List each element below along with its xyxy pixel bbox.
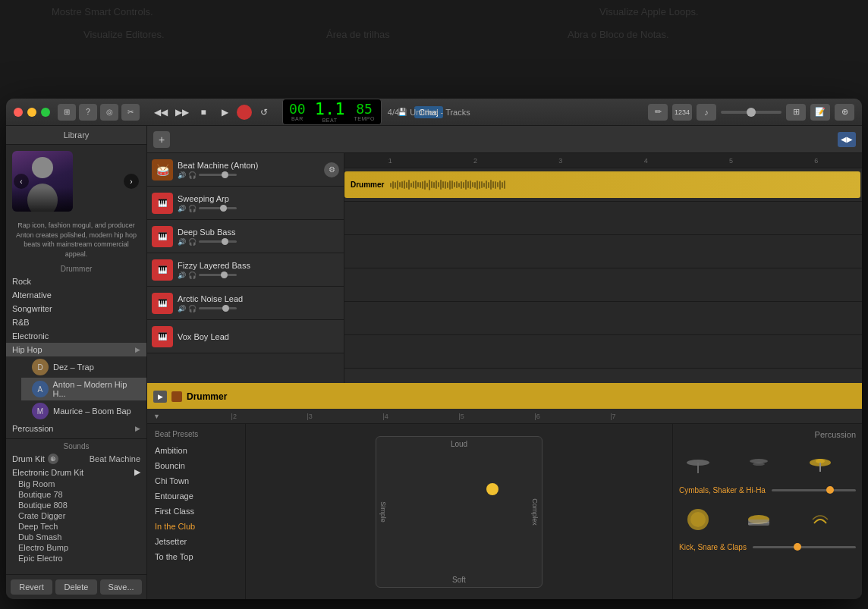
drummer-maurice[interactable]: M Maurice – Boom Bap [21,400,146,422]
drummer-play-button[interactable]: ▶ [153,391,167,403]
cycle-button[interactable]: ↺ [255,105,273,120]
track-row-sweeping-arp[interactable]: 🎹 Sweeping Arp 🔊 🎧 [147,187,344,220]
headphone-icon-5[interactable]: 🎧 [188,305,197,312]
sounds-boutique-78[interactable]: Boutique 78 [6,489,146,500]
editors-button[interactable]: ⊞ [786,104,806,121]
sounds-deep-tech[interactable]: Deep Tech [6,521,146,532]
stop-button[interactable]: ■ [194,105,212,120]
preset-bouncin[interactable]: Bouncin [147,458,245,473]
smart-controls-toggle[interactable]: ◀▶ [838,132,856,147]
electronic-drum-kit-row[interactable]: Electronic Drum Kit ▶ [6,466,146,479]
drummer-dez[interactable]: D Dez – Trap [21,356,146,378]
preset-jetsetter[interactable]: Jetsetter [147,534,245,549]
pencil-tool[interactable]: ✏ [648,104,668,121]
revert-button[interactable]: Revert [11,579,52,595]
track-row-vox-boy[interactable]: 🎹 Vox Boy Lead [147,320,344,353]
prev-artist-button[interactable]: ‹ [14,174,29,189]
master-volume-slider[interactable] [721,111,782,114]
annotation-editores: Visualize Editores. [83,29,165,40]
preset-to-the-top[interactable]: To the Top [147,549,245,564]
kick-slider[interactable] [753,546,856,548]
mute-icon-3[interactable]: 🔊 [178,238,186,246]
track-row-beat-machine[interactable]: 🥁 Beat Machine (Anton) 🔊 🎧 ⚙ [147,153,344,187]
timeline-row-drummer[interactable]: Drummer [344,168,862,202]
delete-button[interactable]: Delete [55,579,97,595]
headphone-icon-3[interactable]: 🎧 [188,238,197,246]
close-button[interactable] [14,108,23,117]
mute-icon[interactable]: 🔊 [178,171,186,179]
count-in-button[interactable]: 1234 [672,104,692,121]
mute-icon-4[interactable]: 🔊 [178,272,186,279]
deep-sub-bass-icon: 🎹 [152,226,173,247]
preset-ambition[interactable]: Ambition [147,443,245,458]
play-button[interactable]: ▶ [215,105,234,120]
add-track-button[interactable]: + [153,131,170,148]
sounds-epic-electro[interactable]: Epic Electro [6,553,146,563]
headphone-icon-2[interactable]: 🎧 [188,205,197,212]
category-hiphop[interactable]: Hip Hop ▶ [6,343,146,356]
track-row-deep-sub-bass[interactable]: 🎹 Deep Sub Bass 🔊 🎧 [147,220,344,253]
track-settings-button[interactable]: ⚙ [324,162,339,177]
category-alternative[interactable]: Alternative [6,288,146,302]
category-songwriter[interactable]: Songwriter [6,302,146,315]
drummer-editor: ▶ Drummer ▼ |2 |3 |4 |5 |6 |7 Beat P [147,383,862,599]
headphone-icon[interactable]: 🎧 [188,171,197,179]
track-headers: 🥁 Beat Machine (Anton) 🔊 🎧 ⚙ [147,153,344,383]
drummer-region[interactable]: Drummer [344,171,860,198]
slider-thumb [747,108,756,117]
sweeping-arp-name: Sweeping Arp [178,194,339,203]
arctic-lead-volume[interactable] [199,307,237,309]
help-button[interactable]: ? [79,104,97,121]
record-button[interactable] [237,105,252,120]
preset-entourage[interactable]: Entourage [147,488,245,504]
category-percussion[interactable]: Percussion ▶ [6,422,146,435]
preset-chitown[interactable]: Chi Town [147,473,245,488]
track-row-fizzy-bass[interactable]: 🎹 Fizzy Layered Bass 🔊 🎧 [147,253,344,287]
mute-icon-5[interactable]: 🔊 [178,305,186,312]
clap-instrument[interactable] [801,501,839,538]
next-artist-button[interactable]: › [124,174,139,189]
sweeping-arp-volume[interactable] [199,207,237,209]
metronome-button[interactable]: ♪ [697,104,716,121]
sounds-dub-smash[interactable]: Dub Smash [6,532,146,542]
save-button[interactable]: Save... [100,579,142,595]
fizzy-bass-volume[interactable] [199,274,237,276]
sounds-boutique-808[interactable]: Boutique 808 [6,500,146,510]
scissors-button[interactable]: ✂ [121,104,140,121]
rewind-button[interactable]: ◀◀ [152,105,170,120]
beat-machine-volume[interactable] [199,174,237,176]
mute-icon-2[interactable]: 🔊 [178,205,186,212]
category-rnb[interactable]: R&B [6,315,146,329]
xy-dot[interactable] [486,483,498,495]
cymbal-instrument[interactable] [801,444,839,482]
category-electronic[interactable]: Electronic [6,329,146,343]
kick-drum-instrument[interactable] [679,501,717,538]
cymbals-slider[interactable] [772,489,856,491]
deep-sub-bass-volume[interactable] [199,240,237,243]
snare-drum-instrument[interactable] [740,501,778,538]
category-rock[interactable]: Rock [6,275,146,288]
drummer-xy-pad[interactable]: Loud Soft Simple Complex [376,436,542,588]
sounds-electro-bump[interactable]: Electro Bump [6,542,146,553]
sounds-section: Sounds Drum Kit ⊕ Beat Machine Electroni… [6,438,146,563]
beat-machine-icon: 🥁 [152,159,173,181]
percussion-panel: Percussion [672,424,862,599]
preset-first-class[interactable]: First Class [147,504,245,519]
track-row-arctic-lead[interactable]: 🎹 Arctic Noise Lead 🔊 🎧 [147,287,344,320]
apple-loops-button[interactable]: ⊕ [835,104,854,121]
volume-thumb [222,171,228,178]
smart-controls-button[interactable]: ◎ [100,104,118,121]
fast-forward-button[interactable]: ▶▶ [173,105,191,120]
splash-instrument[interactable] [740,444,778,482]
minimize-button[interactable] [27,108,36,117]
sounds-crate-digger[interactable]: Crate Digger [6,510,146,521]
sounds-big-room[interactable]: Big Room [6,479,146,489]
preset-in-the-club[interactable]: In the Club [147,519,245,534]
notepad-button[interactable]: 📝 [810,104,830,121]
hi-hat-instrument[interactable] [679,444,717,482]
headphone-icon-4[interactable]: 🎧 [188,272,197,279]
library-button[interactable]: ⊞ [58,104,76,121]
drummer-anton[interactable]: A Anton – Modern Hip H... [21,378,146,400]
drum-kit-add-button[interactable]: ⊕ [48,454,58,464]
zoom-button[interactable] [41,108,50,117]
